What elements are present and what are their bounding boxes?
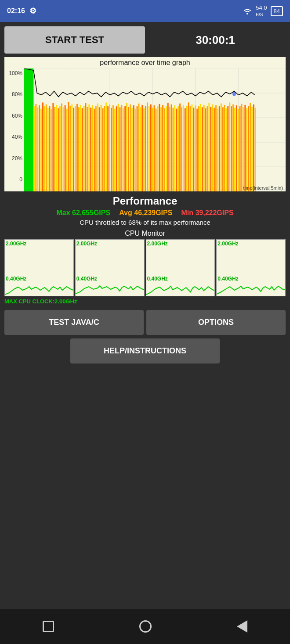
svg-rect-126 [225,108,227,191]
svg-rect-105 [190,106,191,191]
svg-rect-110 [198,106,199,191]
cpu-freq-top-3: 2.00GHz [218,241,238,247]
svg-rect-90 [164,108,165,191]
cpu-monitor-section: CPU Monitor 2.00GHz 0.40GHz 2.00GHz 0.40… [4,230,286,305]
svg-rect-111 [200,104,201,191]
svg-rect-139 [248,106,249,191]
svg-rect-112 [202,107,203,191]
svg-rect-30 [61,104,62,191]
svg-rect-17 [39,105,40,191]
svg-rect-13 [24,68,33,191]
svg-rect-80 [147,103,148,191]
svg-rect-122 [219,106,220,191]
home-icon[interactable] [139,620,152,633]
svg-rect-117 [210,107,211,191]
svg-rect-65 [121,105,122,191]
svg-rect-60 [112,105,114,191]
y-label-100: 100% [5,70,22,76]
cpu-cell-1: 2.00GHz 0.40GHz [75,239,145,296]
svg-rect-104 [188,103,189,191]
svg-rect-87 [159,104,160,191]
perf-min: Min 39,222GIPS [181,209,233,217]
cpu-freq-top-0: 2.00GHz [6,241,26,247]
help-button[interactable]: HELP/INSTRUCTIONS [70,338,220,363]
svg-rect-99 [179,104,181,191]
cpu-graph-3 [217,281,285,296]
svg-rect-16 [37,107,38,191]
svg-point-144 [232,92,236,96]
main-content: START TEST 30:00:1 performance over time… [0,22,290,367]
svg-rect-29 [59,106,61,191]
timer-display: 30:00:1 [145,33,286,47]
svg-rect-136 [243,107,244,191]
svg-rect-41 [80,105,81,191]
gear-icon: ⚙ [29,6,36,16]
options-button[interactable]: OPTIONS [146,310,286,335]
svg-rect-95 [172,108,174,191]
svg-rect-49 [94,109,95,191]
svg-rect-142 [253,104,254,191]
svg-rect-31 [63,107,64,191]
svg-rect-28 [58,108,59,191]
svg-rect-106 [191,104,192,191]
svg-rect-107 [193,108,194,191]
svg-rect-68 [126,103,127,191]
svg-rect-22 [47,108,49,191]
cpu-graph-1 [76,281,144,296]
cpu-graph-2 [146,281,215,296]
graph-area: 100% 80% 60% 40% 20% 0 [4,68,286,191]
svg-rect-103 [186,106,188,191]
svg-rect-63 [118,104,119,191]
svg-rect-35 [69,106,71,191]
svg-rect-130 [232,104,234,191]
battery-indicator: 84 [271,6,283,16]
svg-rect-72 [133,105,134,191]
svg-rect-135 [241,104,243,191]
back-icon[interactable] [237,620,247,633]
svg-rect-24 [51,109,52,191]
svg-rect-131 [234,108,236,191]
navigation-bar [0,609,290,644]
time-display: 02:16 [7,7,25,15]
svg-rect-27 [56,105,57,191]
max-cpu-label: MAX CPU CLOCK:2.00GHz [4,298,286,305]
y-label-0: 0 [5,176,22,183]
svg-rect-102 [185,108,186,191]
svg-rect-74 [137,106,138,191]
svg-rect-118 [212,104,213,191]
svg-rect-97 [176,109,177,191]
svg-rect-113 [203,105,205,191]
svg-rect-62 [116,106,117,191]
svg-rect-88 [160,107,162,191]
svg-rect-18 [40,109,42,191]
start-test-button[interactable]: START TEST [4,26,145,54]
y-label-80: 80% [5,91,22,97]
svg-rect-128 [229,103,230,191]
svg-rect-83 [152,108,153,191]
svg-rect-59 [111,108,112,191]
top-row: START TEST 30:00:1 [4,26,286,54]
svg-rect-51 [97,104,98,191]
svg-rect-52 [99,107,100,191]
svg-rect-108 [195,105,196,191]
test-java-button[interactable]: TEST JAVA/C [4,310,144,335]
svg-rect-14 [33,106,35,191]
graph-title: performance over time graph [4,57,286,68]
svg-point-0 [246,13,248,14]
svg-rect-40 [78,107,80,191]
svg-rect-73 [135,109,136,191]
svg-rect-98 [178,106,179,191]
cpu-graph-0 [5,281,73,296]
svg-rect-125 [224,105,225,191]
recent-apps-icon[interactable] [43,621,54,632]
y-axis-labels: 100% 80% 60% 40% 20% 0 [4,68,24,191]
svg-rect-86 [157,106,158,191]
svg-rect-89 [162,105,163,191]
svg-rect-71 [131,108,133,191]
wifi-icon [243,7,252,14]
svg-rect-56 [105,103,107,191]
cpu-freq-top-2: 2.00GHz [147,241,168,247]
y-label-40: 40% [5,134,22,140]
svg-rect-93 [169,107,170,191]
graph-inner: time(interval 5min) [24,68,286,191]
